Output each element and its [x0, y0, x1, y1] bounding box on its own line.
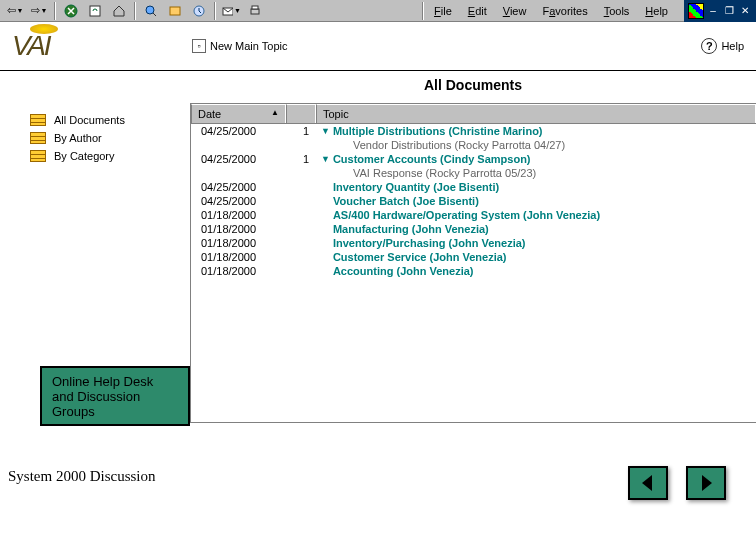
- minimize-button[interactable]: –: [706, 4, 720, 18]
- history-button[interactable]: [188, 1, 210, 21]
- table-row[interactable]: 01/18/2000▼Inventory/Purchasing (John Ve…: [191, 236, 756, 250]
- table-child-row[interactable]: Vendor Distributions (Rocky Parrotta 04/…: [191, 138, 756, 152]
- svg-rect-8: [252, 6, 258, 9]
- mail-button[interactable]: ▼: [220, 1, 242, 21]
- cell-count: [291, 181, 321, 193]
- home-button[interactable]: [108, 1, 130, 21]
- menu-view[interactable]: View: [495, 2, 535, 20]
- table-child-row[interactable]: VAI Response (Rocky Parrotta 05/23): [191, 166, 756, 180]
- sidebar-item-label: All Documents: [54, 114, 125, 126]
- svg-rect-1: [90, 6, 100, 16]
- sidebar-item[interactable]: By Author: [30, 129, 180, 147]
- column-date[interactable]: Date▲: [191, 104, 286, 123]
- cell-date: 04/25/2000: [191, 125, 291, 137]
- sidebar-item[interactable]: By Category: [30, 147, 180, 165]
- restore-button[interactable]: ❐: [722, 4, 736, 18]
- table-row[interactable]: 01/18/2000▼Accounting (John Venezia): [191, 264, 756, 278]
- cell-topic: ▼Manufacturing (John Venezia): [321, 223, 756, 235]
- windows-logo-icon: [688, 3, 704, 19]
- cell-date: 04/25/2000: [191, 195, 291, 207]
- stop-button[interactable]: [60, 1, 82, 21]
- help-label: Help: [721, 40, 744, 52]
- svg-rect-4: [170, 7, 180, 15]
- menu-help[interactable]: Help: [637, 2, 676, 20]
- window-controls: – ❐ ✕: [684, 0, 756, 22]
- cell-date: 01/18/2000: [191, 237, 291, 249]
- table-row[interactable]: 01/18/2000▼Customer Service (John Venezi…: [191, 250, 756, 264]
- search-button[interactable]: [140, 1, 162, 21]
- help-button[interactable]: ? Help: [701, 38, 744, 54]
- forward-button[interactable]: ⇨▼: [28, 1, 50, 21]
- cell-topic: ▼Customer Accounts (Cindy Sampson): [321, 153, 756, 165]
- menu-favorites[interactable]: Favorites: [534, 2, 595, 20]
- menu-file[interactable]: File: [426, 2, 460, 20]
- main-panel: All Documents Date▲ Topic 04/25/20001▼Mu…: [190, 71, 756, 423]
- next-button[interactable]: [686, 466, 726, 500]
- svg-point-2: [146, 6, 154, 14]
- topic-link[interactable]: Customer Accounts (Cindy Sampson): [333, 153, 531, 165]
- sidebar-item[interactable]: All Documents: [30, 111, 180, 129]
- cell-topic: ▼Customer Service (John Venezia): [321, 251, 756, 263]
- menubar: File Edit View Favorites Tools Help: [420, 2, 676, 20]
- table-row[interactable]: 01/18/2000▼Manufacturing (John Venezia): [191, 222, 756, 236]
- cell-date: 04/25/2000: [191, 153, 291, 165]
- refresh-button[interactable]: [84, 1, 106, 21]
- close-button[interactable]: ✕: [738, 4, 752, 18]
- app-logo: VAI: [12, 30, 192, 62]
- slide-nav: [628, 466, 726, 500]
- svg-line-3: [153, 13, 156, 16]
- twisty-icon[interactable]: ▼: [321, 154, 330, 164]
- cell-date: 01/18/2000: [191, 251, 291, 263]
- sub-toolbar: VAI ▫ New Main Topic ? Help: [0, 22, 756, 71]
- back-button[interactable]: ⇦▼: [4, 1, 26, 21]
- topic-link[interactable]: AS/400 Hardware/Operating System (John V…: [333, 209, 600, 221]
- menu-edit[interactable]: Edit: [460, 2, 495, 20]
- table-row[interactable]: 04/25/2000▼Voucher Batch (Joe Bisenti): [191, 194, 756, 208]
- cell-count: [291, 195, 321, 207]
- cell-topic: ▼Accounting (John Venezia): [321, 265, 756, 277]
- topic-link[interactable]: Inventory/Purchasing (John Venezia): [333, 237, 526, 249]
- new-topic-label: New Main Topic: [210, 40, 287, 52]
- topic-link[interactable]: Inventory Quantity (Joe Bisenti): [333, 181, 499, 193]
- topic-link[interactable]: Customer Service (John Venezia): [333, 251, 507, 263]
- cell-date: 01/18/2000: [191, 265, 291, 277]
- favorites-button[interactable]: [164, 1, 186, 21]
- documents-table: Date▲ Topic 04/25/20001▼Multiple Distrib…: [190, 103, 756, 423]
- new-main-topic-button[interactable]: ▫ New Main Topic: [192, 39, 287, 53]
- sidebar-item-label: By Category: [54, 150, 115, 162]
- cell-count: 1: [291, 153, 321, 165]
- cell-date: 01/18/2000: [191, 209, 291, 221]
- column-count[interactable]: [286, 104, 316, 123]
- sidebar-item-label: By Author: [54, 132, 102, 144]
- prev-button[interactable]: [628, 466, 668, 500]
- cell-count: [291, 237, 321, 249]
- menu-tools[interactable]: Tools: [596, 2, 638, 20]
- cell-topic: VAI Response (Rocky Parrotta 05/23): [321, 167, 756, 179]
- twisty-icon[interactable]: ▼: [321, 126, 330, 136]
- cell-topic: ▼Voucher Batch (Joe Bisenti): [321, 195, 756, 207]
- table-row[interactable]: 04/25/2000▼Inventory Quantity (Joe Bisen…: [191, 180, 756, 194]
- cell-date: 01/18/2000: [191, 223, 291, 235]
- browser-toolbar: ⇦▼ ⇨▼ ▼ File Edit View Favorites Tools H…: [0, 0, 756, 22]
- cell-topic: Vendor Distributions (Rocky Parrotta 04/…: [321, 139, 756, 151]
- print-button[interactable]: [244, 1, 266, 21]
- topic-link[interactable]: Multiple Distributions (Christine Marino…: [333, 125, 543, 137]
- cell-count: [291, 223, 321, 235]
- question-icon: ?: [701, 38, 717, 54]
- cell-topic: ▼Multiple Distributions (Christine Marin…: [321, 125, 756, 137]
- table-row[interactable]: 01/18/2000▼AS/400 Hardware/Operating Sys…: [191, 208, 756, 222]
- cell-topic: ▼Inventory Quantity (Joe Bisenti): [321, 181, 756, 193]
- table-row[interactable]: 04/25/20001▼Customer Accounts (Cindy Sam…: [191, 152, 756, 166]
- cell-count: [291, 167, 321, 179]
- topic-link[interactable]: Accounting (John Venezia): [333, 265, 474, 277]
- sort-asc-icon: ▲: [271, 108, 279, 120]
- topic-link[interactable]: Manufacturing (John Venezia): [333, 223, 489, 235]
- topic-link[interactable]: Voucher Batch (Joe Bisenti): [333, 195, 479, 207]
- footer-caption: System 2000 Discussion: [8, 468, 156, 485]
- cell-topic: ▼Inventory/Purchasing (John Venezia): [321, 237, 756, 249]
- callout-box: Online Help Desk and Discussion Groups: [40, 366, 190, 426]
- cell-count: [291, 139, 321, 151]
- cell-topic: ▼AS/400 Hardware/Operating System (John …: [321, 209, 756, 221]
- table-row[interactable]: 04/25/20001▼Multiple Distributions (Chri…: [191, 124, 756, 138]
- column-topic[interactable]: Topic: [316, 104, 756, 123]
